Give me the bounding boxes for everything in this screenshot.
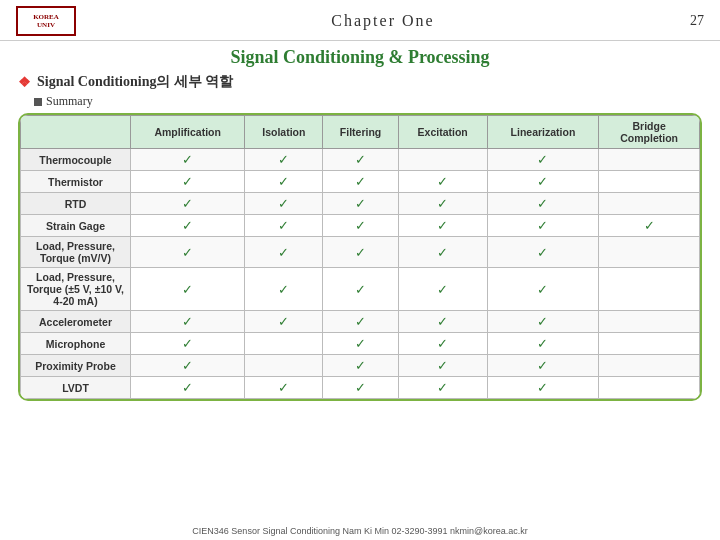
table-row: Thermistor✓✓✓✓✓ <box>21 171 700 193</box>
footer: CIEN346 Sensor Signal Conditioning Nam K… <box>0 526 720 536</box>
check-mark: ✓ <box>278 314 289 329</box>
check-mark: ✓ <box>182 152 193 167</box>
sensor-name: Load, Pressure,Torque (±5 V, ±10 V,4-20 … <box>21 268 131 311</box>
check-mark: ✓ <box>278 245 289 260</box>
cell-bridge-completion <box>599 237 700 268</box>
cell-linearization: ✓ <box>487 268 599 311</box>
check-mark: ✓ <box>537 174 548 189</box>
cell-filtering: ✓ <box>323 215 398 237</box>
check-mark: ✓ <box>278 174 289 189</box>
col-excitation: Excitation <box>398 116 487 149</box>
sensor-name: RTD <box>21 193 131 215</box>
cell-isolation: ✓ <box>245 311 323 333</box>
cell-bridge-completion <box>599 333 700 355</box>
cell-linearization: ✓ <box>487 215 599 237</box>
col-amplification: Amplification <box>131 116 245 149</box>
cell-excitation: ✓ <box>398 237 487 268</box>
table-row: Proximity Probe✓✓✓✓ <box>21 355 700 377</box>
cell-isolation: ✓ <box>245 377 323 399</box>
bullet-icon: ❖ <box>18 74 31 91</box>
check-mark: ✓ <box>437 174 448 189</box>
check-mark: ✓ <box>278 282 289 297</box>
col-bridge-completion: BridgeCompletion <box>599 116 700 149</box>
check-mark: ✓ <box>182 218 193 233</box>
cell-excitation: ✓ <box>398 268 487 311</box>
footer-text: CIEN346 Sensor Signal Conditioning Nam K… <box>192 526 527 536</box>
table-wrapper: Amplification Isolation Filtering Excita… <box>18 113 702 401</box>
main-content: Signal Conditioning & Processing ❖ Signa… <box>0 41 720 407</box>
cell-excitation: ✓ <box>398 171 487 193</box>
check-mark: ✓ <box>537 314 548 329</box>
logo: KOREAUNIV <box>16 6 76 36</box>
subtitle-text: Signal Conditioning의 세부 역할 <box>37 73 233 91</box>
cell-amplification: ✓ <box>131 377 245 399</box>
check-mark: ✓ <box>182 358 193 373</box>
sensor-name: Microphone <box>21 333 131 355</box>
check-mark: ✓ <box>537 218 548 233</box>
summary-bullet <box>34 98 42 106</box>
check-mark: ✓ <box>355 245 366 260</box>
cell-isolation: ✓ <box>245 193 323 215</box>
check-mark: ✓ <box>437 218 448 233</box>
header: KOREAUNIV Chapter One 27 <box>0 0 720 41</box>
cell-filtering: ✓ <box>323 193 398 215</box>
sensor-name: Accelerometer <box>21 311 131 333</box>
cell-linearization: ✓ <box>487 237 599 268</box>
check-mark: ✓ <box>355 336 366 351</box>
check-mark: ✓ <box>182 336 193 351</box>
subtitle: ❖ Signal Conditioning의 세부 역할 <box>18 73 702 91</box>
cell-amplification: ✓ <box>131 333 245 355</box>
summary-table: Amplification Isolation Filtering Excita… <box>20 115 700 399</box>
page: KOREAUNIV Chapter One 27 Signal Conditio… <box>0 0 720 540</box>
table-row: Microphone✓✓✓✓ <box>21 333 700 355</box>
cell-filtering: ✓ <box>323 171 398 193</box>
cell-isolation: ✓ <box>245 149 323 171</box>
cell-linearization: ✓ <box>487 193 599 215</box>
cell-isolation: ✓ <box>245 237 323 268</box>
cell-linearization: ✓ <box>487 333 599 355</box>
table-row: Load, Pressure,Torque (mV/V)✓✓✓✓✓ <box>21 237 700 268</box>
table-row: Thermocouple✓✓✓✓ <box>21 149 700 171</box>
cell-isolation: ✓ <box>245 171 323 193</box>
logo-text: KOREAUNIV <box>33 13 59 30</box>
summary-line: Summary <box>34 94 702 109</box>
check-mark: ✓ <box>355 152 366 167</box>
cell-excitation: ✓ <box>398 377 487 399</box>
chapter-title: Chapter One <box>331 12 434 30</box>
check-mark: ✓ <box>437 314 448 329</box>
cell-linearization: ✓ <box>487 311 599 333</box>
sensor-name: Thermocouple <box>21 149 131 171</box>
check-mark: ✓ <box>437 282 448 297</box>
cell-excitation: ✓ <box>398 311 487 333</box>
check-mark: ✓ <box>537 282 548 297</box>
cell-bridge-completion <box>599 149 700 171</box>
table-row: RTD✓✓✓✓✓ <box>21 193 700 215</box>
cell-filtering: ✓ <box>323 355 398 377</box>
cell-isolation <box>245 333 323 355</box>
check-mark: ✓ <box>182 314 193 329</box>
cell-bridge-completion: ✓ <box>599 215 700 237</box>
check-mark: ✓ <box>182 196 193 211</box>
check-mark: ✓ <box>182 282 193 297</box>
check-mark: ✓ <box>537 196 548 211</box>
cell-amplification: ✓ <box>131 355 245 377</box>
cell-bridge-completion <box>599 268 700 311</box>
cell-bridge-completion <box>599 311 700 333</box>
check-mark: ✓ <box>355 174 366 189</box>
cell-filtering: ✓ <box>323 311 398 333</box>
col-linearization: Linearization <box>487 116 599 149</box>
cell-amplification: ✓ <box>131 171 245 193</box>
table-row: Load, Pressure,Torque (±5 V, ±10 V,4-20 … <box>21 268 700 311</box>
cell-filtering: ✓ <box>323 333 398 355</box>
cell-filtering: ✓ <box>323 149 398 171</box>
cell-linearization: ✓ <box>487 149 599 171</box>
check-mark: ✓ <box>278 196 289 211</box>
check-mark: ✓ <box>537 336 548 351</box>
cell-amplification: ✓ <box>131 215 245 237</box>
cell-amplification: ✓ <box>131 193 245 215</box>
check-mark: ✓ <box>355 196 366 211</box>
check-mark: ✓ <box>355 380 366 395</box>
cell-filtering: ✓ <box>323 268 398 311</box>
check-mark: ✓ <box>537 358 548 373</box>
cell-bridge-completion <box>599 355 700 377</box>
